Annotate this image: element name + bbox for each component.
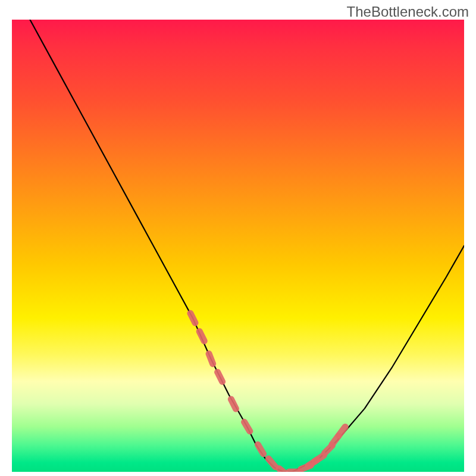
curve-line	[30, 20, 464, 472]
watermark-text: TheBottleneck.com	[347, 4, 469, 20]
svg-line-4	[231, 399, 236, 409]
svg-line-2	[209, 354, 213, 364]
marker-points	[190, 314, 345, 472]
svg-line-1	[199, 331, 204, 341]
svg-line-12	[315, 455, 324, 461]
svg-line-0	[190, 314, 195, 323]
svg-line-6	[258, 444, 263, 453]
plot-area	[12, 20, 464, 472]
svg-line-3	[218, 372, 223, 381]
svg-line-15	[339, 427, 345, 435]
curve-svg	[12, 20, 464, 472]
svg-line-5	[245, 422, 250, 431]
svg-line-7	[268, 459, 275, 467]
bottleneck-chart: TheBottleneck.com	[0, 0, 476, 476]
